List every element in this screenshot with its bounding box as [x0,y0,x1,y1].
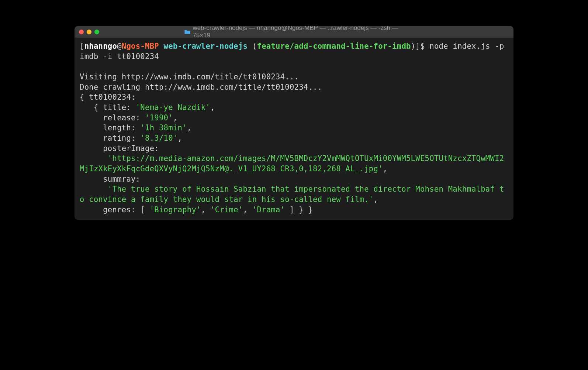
comma5: , [383,164,388,173]
comma4: , [178,134,183,143]
window-title: web-crawler-nodejs — nhanngo@Ngos-MBP — … [193,26,404,39]
output-summary-value-line: 'The true story of Hossain Sabzian that … [80,184,508,205]
comma3: , [187,123,192,132]
bracket-close: ] [415,42,420,51]
output-obj-open: { tt0100234: [80,92,508,103]
genres-s1: , [201,205,210,214]
poster-value: 'https://m.media-amazon.com/images/M/MV5… [80,154,504,173]
folder-icon [184,29,191,34]
poster-indent [80,154,108,163]
prompt-host: Ngos-MBP [122,42,159,51]
terminal-window: web-crawler-nodejs — nhanngo@Ngos-MBP — … [75,26,513,220]
paren-open: ( [252,42,257,51]
output-visiting: Visiting http://www.imdb.com/title/tt010… [80,72,508,82]
prompt-at: @ [117,42,122,51]
genres-key: genres: [ [80,205,150,214]
rating-key: rating: [80,134,140,143]
paren-close: ) [411,42,416,51]
summary-indent [80,185,108,193]
blank-line [80,62,508,72]
minimize-button[interactable] [87,30,91,34]
summary-value: 'The true story of Hossain Sabzian that … [80,185,504,204]
title-value: 'Nema-ye Nazdik' [136,103,210,112]
prompt-space2 [248,42,252,51]
output-rating-line: rating: '8.3/10', [80,133,508,144]
title-bar: web-crawler-nodejs — nhanngo@Ngos-MBP — … [75,26,513,38]
prompt-line: [nhanngo@Ngos-MBP web-crawler-nodejs (fe… [80,41,508,62]
genres-close: ] } } [285,205,313,214]
maximize-button[interactable] [94,30,99,34]
genres-v1: 'Biography' [150,205,201,214]
output-title-line: { title: 'Nema-ye Nazdik', [80,103,508,113]
release-value: '1990' [145,113,173,122]
output-poster-value-line: 'https://m.media-amazon.com/images/M/MV5… [80,154,508,174]
release-key: release: [80,113,145,122]
close-button[interactable] [79,30,84,34]
comma6: , [373,195,378,204]
comma1: , [210,103,215,112]
length-value: '1h 38min' [140,123,187,132]
output-poster-key: posterImage: [80,144,508,154]
window-title-container: web-crawler-nodejs — nhanngo@Ngos-MBP — … [184,26,404,39]
prompt-branch: feature/add-command-line-for-imdb [257,42,411,51]
bracket-open: [ [80,42,84,51]
terminal-body[interactable]: [nhanngo@Ngos-MBP web-crawler-nodejs (fe… [75,38,513,220]
output-release-line: release: '1990', [80,113,508,123]
genres-s2: , [243,205,252,214]
output-genres-line: genres: [ 'Biography', 'Crime', 'Drama' … [80,205,508,215]
rating-value: '8.3/10' [140,134,177,143]
prompt-dollar: $ [420,42,429,51]
genres-v3: 'Drama' [252,205,285,214]
genres-v2: 'Crime' [210,205,243,214]
prompt-space1 [159,42,164,51]
traffic-lights [79,30,99,34]
output-summary-key: summray: [80,174,508,185]
output-length-line: length: '1h 38min', [80,123,508,133]
prompt-user: nhanngo [84,42,117,51]
output-done: Done crawling http://www.imdb.com/title/… [80,82,508,93]
prompt-dir: web-crawler-nodejs [164,42,248,51]
title-key: { title: [80,103,136,112]
length-key: length: [80,123,140,132]
comma2: , [173,113,178,122]
